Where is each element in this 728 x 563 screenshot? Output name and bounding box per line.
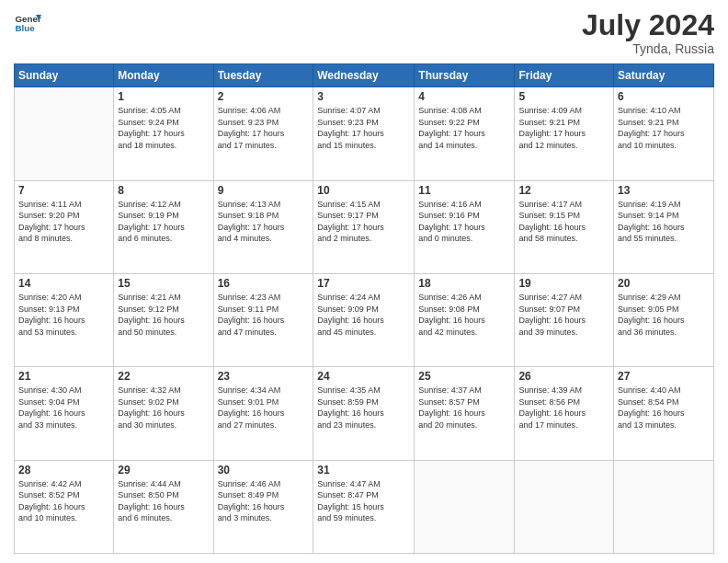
day-number: 7 — [18, 184, 109, 197]
table-cell: 12Sunrise: 4:17 AMSunset: 9:15 PMDayligh… — [515, 180, 614, 273]
logo: General Blue — [14, 9, 41, 37]
day-number: 14 — [18, 277, 109, 290]
calendar-week-row: 7Sunrise: 4:11 AMSunset: 9:20 PMDaylight… — [15, 180, 714, 273]
day-number: 11 — [418, 184, 510, 197]
day-info: Sunrise: 4:30 AMSunset: 9:04 PMDaylight:… — [18, 385, 109, 431]
table-cell: 15Sunrise: 4:21 AMSunset: 9:12 PMDayligh… — [114, 273, 213, 366]
day-number: 20 — [618, 277, 710, 290]
table-cell: 23Sunrise: 4:34 AMSunset: 9:01 PMDayligh… — [213, 367, 313, 460]
day-info: Sunrise: 4:06 AMSunset: 9:23 PMDaylight:… — [218, 105, 310, 151]
table-cell: 10Sunrise: 4:15 AMSunset: 9:17 PMDayligh… — [313, 180, 415, 273]
table-cell: 13Sunrise: 4:19 AMSunset: 9:14 PMDayligh… — [614, 180, 714, 273]
day-info: Sunrise: 4:29 AMSunset: 9:05 PMDaylight:… — [618, 292, 710, 338]
day-number: 16 — [218, 277, 310, 290]
calendar-week-row: 14Sunrise: 4:20 AMSunset: 9:13 PMDayligh… — [15, 273, 714, 366]
day-number: 1 — [118, 90, 209, 103]
table-cell: 2Sunrise: 4:06 AMSunset: 9:23 PMDaylight… — [213, 87, 313, 180]
day-info: Sunrise: 4:15 AMSunset: 9:17 PMDaylight:… — [317, 199, 410, 245]
day-info: Sunrise: 4:21 AMSunset: 9:12 PMDaylight:… — [118, 292, 209, 338]
day-number: 28 — [18, 464, 109, 477]
day-number: 8 — [118, 184, 209, 197]
table-cell — [415, 460, 515, 553]
table-cell — [614, 460, 714, 553]
day-number: 31 — [317, 464, 410, 477]
day-number: 19 — [518, 277, 609, 290]
day-number: 23 — [218, 370, 310, 383]
col-friday: Friday — [515, 64, 614, 87]
table-cell: 8Sunrise: 4:12 AMSunset: 9:19 PMDaylight… — [114, 180, 213, 273]
table-cell: 9Sunrise: 4:13 AMSunset: 9:18 PMDaylight… — [213, 180, 313, 273]
table-cell: 25Sunrise: 4:37 AMSunset: 8:57 PMDayligh… — [415, 367, 515, 460]
day-info: Sunrise: 4:46 AMSunset: 8:49 PMDaylight:… — [218, 478, 310, 524]
svg-text:Blue: Blue — [16, 23, 36, 33]
day-info: Sunrise: 4:10 AMSunset: 9:21 PMDaylight:… — [618, 105, 710, 151]
day-info: Sunrise: 4:27 AMSunset: 9:07 PMDaylight:… — [518, 292, 609, 338]
table-cell: 18Sunrise: 4:26 AMSunset: 9:08 PMDayligh… — [415, 273, 515, 366]
table-cell: 26Sunrise: 4:39 AMSunset: 8:56 PMDayligh… — [515, 367, 614, 460]
table-cell: 5Sunrise: 4:09 AMSunset: 9:21 PMDaylight… — [515, 87, 614, 180]
table-cell — [515, 460, 614, 553]
day-info: Sunrise: 4:35 AMSunset: 8:59 PMDaylight:… — [317, 385, 410, 431]
day-info: Sunrise: 4:23 AMSunset: 9:11 PMDaylight:… — [218, 292, 310, 338]
table-cell: 31Sunrise: 4:47 AMSunset: 8:47 PMDayligh… — [313, 460, 415, 553]
table-cell: 4Sunrise: 4:08 AMSunset: 9:22 PMDaylight… — [415, 87, 515, 180]
table-cell: 17Sunrise: 4:24 AMSunset: 9:09 PMDayligh… — [313, 273, 415, 366]
day-info: Sunrise: 4:19 AMSunset: 9:14 PMDaylight:… — [618, 199, 710, 245]
day-number: 5 — [518, 90, 609, 103]
col-saturday: Saturday — [614, 64, 714, 87]
col-monday: Monday — [114, 64, 213, 87]
day-number: 18 — [418, 277, 510, 290]
subtitle: Tynda, Russia — [582, 41, 714, 56]
day-number: 29 — [118, 464, 209, 477]
day-number: 22 — [118, 370, 209, 383]
day-info: Sunrise: 4:47 AMSunset: 8:47 PMDaylight:… — [317, 478, 410, 524]
day-info: Sunrise: 4:20 AMSunset: 9:13 PMDaylight:… — [18, 292, 109, 338]
day-info: Sunrise: 4:24 AMSunset: 9:09 PMDaylight:… — [317, 292, 410, 338]
day-number: 6 — [618, 90, 710, 103]
col-tuesday: Tuesday — [213, 64, 313, 87]
table-cell: 24Sunrise: 4:35 AMSunset: 8:59 PMDayligh… — [313, 367, 415, 460]
table-cell: 7Sunrise: 4:11 AMSunset: 9:20 PMDaylight… — [15, 180, 114, 273]
day-info: Sunrise: 4:37 AMSunset: 8:57 PMDaylight:… — [418, 385, 510, 431]
day-number: 27 — [618, 370, 710, 383]
day-info: Sunrise: 4:09 AMSunset: 9:21 PMDaylight:… — [518, 105, 609, 151]
table-cell: 19Sunrise: 4:27 AMSunset: 9:07 PMDayligh… — [515, 273, 614, 366]
table-cell: 6Sunrise: 4:10 AMSunset: 9:21 PMDaylight… — [614, 87, 714, 180]
calendar-week-row: 21Sunrise: 4:30 AMSunset: 9:04 PMDayligh… — [15, 367, 714, 460]
page: General Blue July 2024 Tynda, Russia Sun… — [0, 0, 728, 563]
day-info: Sunrise: 4:32 AMSunset: 9:02 PMDaylight:… — [118, 385, 209, 431]
day-number: 26 — [518, 370, 609, 383]
header: General Blue July 2024 Tynda, Russia — [14, 9, 714, 56]
table-cell: 1Sunrise: 4:05 AMSunset: 9:24 PMDaylight… — [114, 87, 213, 180]
table-cell: 11Sunrise: 4:16 AMSunset: 9:16 PMDayligh… — [415, 180, 515, 273]
day-info: Sunrise: 4:13 AMSunset: 9:18 PMDaylight:… — [218, 199, 310, 245]
day-info: Sunrise: 4:16 AMSunset: 9:16 PMDaylight:… — [418, 199, 510, 245]
day-number: 10 — [317, 184, 410, 197]
day-number: 24 — [317, 370, 410, 383]
calendar-week-row: 1Sunrise: 4:05 AMSunset: 9:24 PMDaylight… — [15, 87, 714, 180]
day-info: Sunrise: 4:11 AMSunset: 9:20 PMDaylight:… — [18, 199, 109, 245]
day-info: Sunrise: 4:17 AMSunset: 9:15 PMDaylight:… — [518, 199, 609, 245]
title-block: July 2024 Tynda, Russia — [582, 9, 714, 56]
table-cell: 28Sunrise: 4:42 AMSunset: 8:52 PMDayligh… — [15, 460, 114, 553]
day-info: Sunrise: 4:34 AMSunset: 9:01 PMDaylight:… — [218, 385, 310, 431]
col-sunday: Sunday — [15, 64, 114, 87]
table-cell: 30Sunrise: 4:46 AMSunset: 8:49 PMDayligh… — [213, 460, 313, 553]
table-cell: 22Sunrise: 4:32 AMSunset: 9:02 PMDayligh… — [114, 367, 213, 460]
day-number: 3 — [317, 90, 410, 103]
day-info: Sunrise: 4:39 AMSunset: 8:56 PMDaylight:… — [518, 385, 609, 431]
day-number: 4 — [418, 90, 510, 103]
day-number: 30 — [218, 464, 310, 477]
table-cell: 27Sunrise: 4:40 AMSunset: 8:54 PMDayligh… — [614, 367, 714, 460]
day-number: 17 — [317, 277, 410, 290]
day-info: Sunrise: 4:42 AMSunset: 8:52 PMDaylight:… — [18, 478, 109, 524]
day-number: 9 — [218, 184, 310, 197]
table-cell: 20Sunrise: 4:29 AMSunset: 9:05 PMDayligh… — [614, 273, 714, 366]
table-cell: 21Sunrise: 4:30 AMSunset: 9:04 PMDayligh… — [15, 367, 114, 460]
day-info: Sunrise: 4:12 AMSunset: 9:19 PMDaylight:… — [118, 199, 209, 245]
table-cell: 29Sunrise: 4:44 AMSunset: 8:50 PMDayligh… — [114, 460, 213, 553]
table-cell: 16Sunrise: 4:23 AMSunset: 9:11 PMDayligh… — [213, 273, 313, 366]
day-number: 21 — [18, 370, 109, 383]
col-thursday: Thursday — [415, 64, 515, 87]
table-cell — [15, 87, 114, 180]
